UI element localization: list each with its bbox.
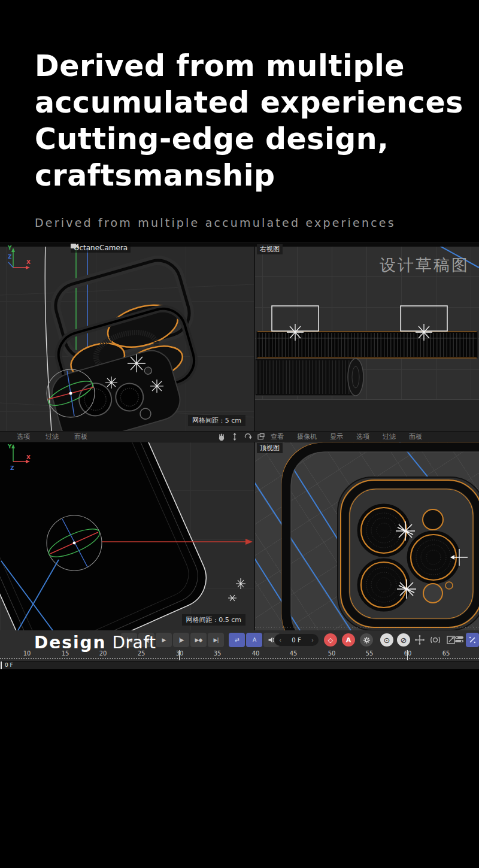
ruler-number: 40 [252, 650, 260, 657]
menu-filter[interactable]: 过滤 [383, 432, 396, 441]
toggle-view-icon[interactable] [256, 432, 266, 441]
viewport-menubar: 选项 过滤 面板 查看 [0, 431, 479, 442]
viewport-top-view[interactable]: 顶视图 [255, 441, 479, 630]
top-view-canvas [255, 441, 479, 630]
autokey-button[interactable]: A [342, 633, 355, 647]
hero-title: Derived from multiple accumulated experi… [35, 48, 463, 194]
ruler-number: 50 [328, 650, 336, 657]
menu-cameras[interactable]: 摄像机 [297, 432, 317, 441]
frame-decrement[interactable]: ‹ [279, 637, 281, 644]
camera-name-label[interactable]: OctaneCamera [71, 243, 131, 253]
ruler-number: 10 [23, 650, 31, 657]
record-keyframe-button[interactable]: ◇ [324, 633, 337, 647]
right-viewport-menubar: 查看 摄像机 显示 选项 过滤 面板 [271, 432, 435, 442]
hero-title-line: Derived from multiple [35, 48, 463, 84]
ruler-number: 65 [442, 650, 450, 657]
axis-gizmo: Y X Z [0, 441, 31, 471]
menu-panel[interactable]: 面板 [74, 432, 87, 441]
menu-options[interactable]: 选项 [17, 432, 30, 441]
ruler-number: 35 [214, 650, 222, 657]
menu-view[interactable]: 查看 [271, 432, 284, 441]
next-frame-button[interactable]: |▶ [173, 633, 189, 647]
front-view-canvas [0, 441, 254, 630]
section-caption: DesignDraft [34, 633, 156, 652]
camera-name-text: OctaneCamera [74, 244, 128, 252]
ruler-number: 55 [366, 650, 374, 657]
axis-z-label: Z [8, 254, 12, 260]
rotate-tool-icon[interactable] [430, 635, 441, 645]
ruler-major-tick [179, 650, 180, 660]
zoom-view-icon[interactable] [230, 432, 240, 441]
pan-hand-icon[interactable] [217, 432, 226, 441]
keying-settings-button[interactable] [360, 633, 373, 647]
play-button[interactable]: ▶ [156, 633, 172, 647]
watermark-text: 设计草稿图 [380, 254, 469, 276]
viewport-perspective[interactable]: OctaneCamera Y Z X 网格间距 : 5 cm [0, 242, 254, 431]
caption-light: Draft [112, 633, 156, 652]
hero-title-line: accumulated experiences [35, 84, 463, 121]
caption-bold: Design [34, 633, 106, 652]
move-tool-icon[interactable] [414, 635, 425, 645]
menu-options[interactable]: 选项 [356, 432, 369, 441]
view-label-badge: 顶视图 [257, 443, 283, 453]
menu-display[interactable]: 显示 [330, 432, 343, 441]
perspective-canvas [0, 242, 254, 431]
axis-gizmo: Y Z X [0, 242, 31, 272]
page: Derived from multiple accumulated experi… [0, 0, 479, 868]
menu-filter[interactable]: 过滤 [46, 432, 59, 441]
playhead-row[interactable]: 0 F [0, 661, 479, 669]
ruler-number: 30 [176, 650, 184, 657]
axis-y-label: Y [7, 444, 12, 450]
play-to-key-button[interactable]: ▶◆ [190, 633, 207, 647]
axis-x-label: X [26, 454, 31, 460]
rotate-view-icon[interactable] [243, 432, 253, 441]
gear-icon [363, 636, 371, 644]
axis-z-label: Z [10, 465, 14, 471]
snap-toggle-button[interactable] [466, 633, 479, 647]
hero-subtitle: Derived from multiple accumulated experi… [35, 216, 396, 229]
ruler-major-tick [407, 650, 408, 660]
hero-title-line: Cutting-edge design, [35, 121, 463, 157]
frame-number-spinner[interactable]: ‹ 0 F › [274, 634, 319, 646]
camera-icon [71, 243, 79, 249]
playhead-marker[interactable] [1, 661, 2, 669]
viewport-front-view[interactable]: Y X Z 网格间距 : 0.5 cm [0, 441, 254, 630]
axis-x-label: X [26, 259, 31, 265]
viewport-right-view[interactable]: 右视图 设计草稿图 [255, 242, 479, 431]
hero-title-line: craftsmanship [35, 157, 463, 194]
toggles-icon[interactable] [454, 634, 465, 645]
menu-panel[interactable]: 面板 [409, 432, 422, 441]
grid-spacing-label: 网格间距 : 5 cm [188, 415, 245, 426]
frame-number-value: 0 F [292, 637, 301, 644]
snap-disabled-icon [468, 636, 477, 644]
key-rotation-toggle[interactable]: ⊘ [397, 633, 410, 647]
keyframe-track-button[interactable]: A [246, 633, 262, 647]
playhead-frame-label: 0 F [5, 662, 13, 668]
loop-mode-button[interactable]: ⇄ [229, 633, 245, 647]
grid-spacing-label: 网格间距 : 0.5 cm [182, 614, 245, 626]
key-position-toggle[interactable]: ⊙ [380, 633, 393, 647]
ruler-number: 45 [290, 650, 298, 657]
ruler-number: 60 [404, 650, 412, 657]
frame-increment[interactable]: › [311, 637, 314, 644]
axis-y-label: Y [7, 245, 12, 251]
view-label-badge: 右视图 [257, 244, 283, 254]
goto-end-button[interactable]: ▶| [208, 633, 224, 647]
